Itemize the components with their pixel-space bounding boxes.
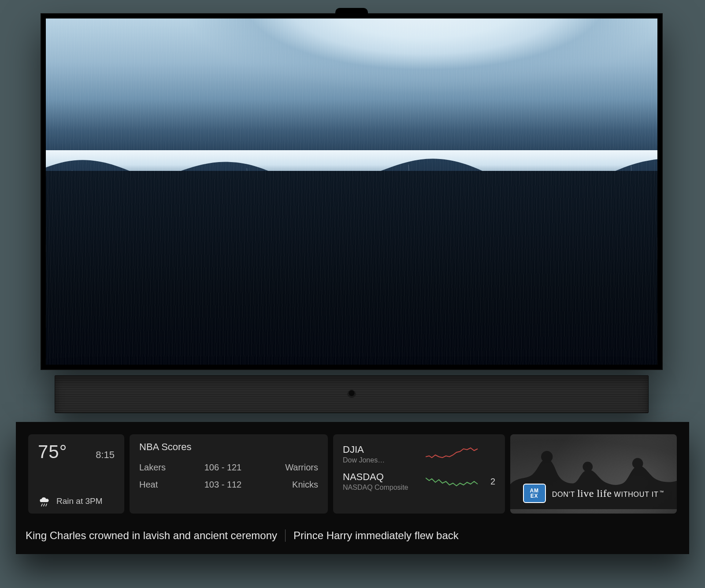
ticker-separator-icon bbox=[285, 529, 286, 542]
rain-cloud-icon bbox=[38, 496, 51, 507]
tv-screen[interactable] bbox=[46, 18, 657, 365]
ad-card[interactable]: AM EX DON'T live life WITHOUT IT™ bbox=[510, 434, 677, 514]
score-row: Heat 103 - 112 Knicks bbox=[139, 476, 318, 493]
svg-line-0 bbox=[41, 504, 42, 506]
ad-copy: AM EX DON'T live life WITHOUT IT™ bbox=[510, 484, 677, 503]
ad-text-pre: DON'T bbox=[552, 491, 575, 498]
scores-title: NBA Scores bbox=[139, 441, 318, 453]
sparkline-down-icon bbox=[426, 446, 479, 462]
svg-point-6 bbox=[632, 458, 643, 469]
weather-summary: Rain at 3PM bbox=[56, 496, 103, 506]
scores-card[interactable]: NBA Scores Lakers 106 - 121 Warriors Hea… bbox=[130, 434, 328, 514]
camera-notch bbox=[335, 8, 368, 16]
ticker-item: King Charles crowned in lavish and ancie… bbox=[26, 529, 277, 542]
stock-name: NASDAQ Composite bbox=[343, 484, 408, 492]
svg-point-4 bbox=[541, 451, 553, 462]
wallpaper-ocean bbox=[46, 18, 657, 365]
sparkline-up-icon bbox=[426, 473, 479, 489]
ad-text-script: live life bbox=[577, 488, 612, 499]
svg-point-5 bbox=[583, 462, 593, 472]
svg-line-1 bbox=[44, 504, 45, 506]
weather-card[interactable]: 75° 8:15 Rain at 3 bbox=[28, 434, 124, 514]
ticker-item: Prince Harry immediately flew back bbox=[293, 529, 459, 542]
trademark-icon: ™ bbox=[660, 490, 664, 495]
stock-symbol: DJIA bbox=[343, 444, 385, 455]
score-value: 103 - 112 bbox=[192, 480, 254, 490]
stock-name: Dow Jones… bbox=[343, 456, 385, 464]
score-team-b: Warriors bbox=[254, 462, 318, 473]
score-team-a: Heat bbox=[139, 480, 192, 490]
ad-text-post: WITHOUT IT bbox=[614, 491, 659, 498]
tv-frame bbox=[41, 13, 663, 370]
stock-price-fragment: 2 bbox=[483, 477, 495, 487]
stock-row: DJIA Dow Jones… bbox=[343, 441, 495, 469]
weather-time: 8:15 bbox=[96, 449, 115, 461]
news-ticker[interactable]: King Charles crowned in lavish and ancie… bbox=[26, 529, 679, 542]
score-team-b: Knicks bbox=[254, 480, 318, 490]
soundbar-indicator-icon bbox=[347, 390, 356, 399]
svg-line-2 bbox=[46, 504, 47, 506]
stocks-card[interactable]: DJIA Dow Jones… NASDAQ NASDAQ Composite bbox=[333, 434, 505, 514]
amex-badge-icon: AM EX bbox=[523, 484, 546, 503]
stock-row: NASDAQ NASDAQ Composite 2 bbox=[343, 469, 495, 496]
stock-symbol: NASDAQ bbox=[343, 471, 408, 483]
score-row: Lakers 106 - 121 Warriors bbox=[139, 459, 318, 476]
smart-display-bar: 75° 8:15 Rain at 3 bbox=[16, 422, 689, 554]
weather-temperature: 75° bbox=[38, 441, 67, 462]
score-value: 106 - 121 bbox=[192, 462, 254, 473]
soundbar bbox=[55, 375, 649, 413]
score-team-a: Lakers bbox=[139, 462, 192, 473]
